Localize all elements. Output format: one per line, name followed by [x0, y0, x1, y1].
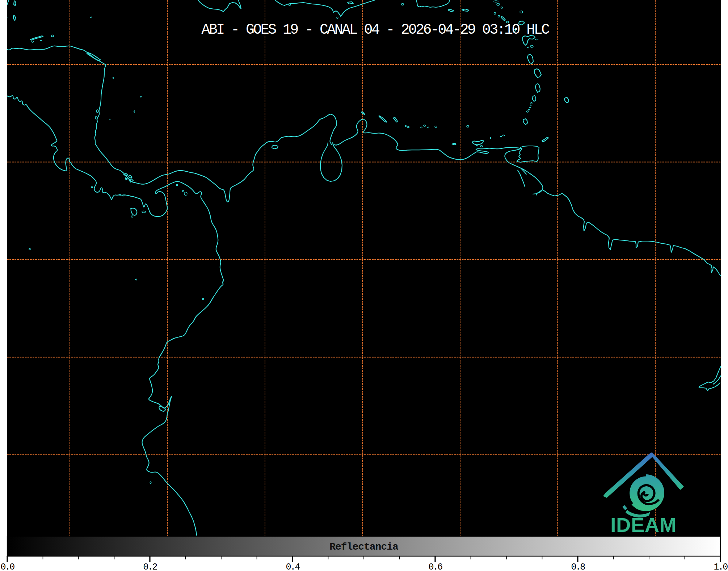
- svg-text:0.4: 0.4: [286, 562, 300, 571]
- svg-text:Reflectancia: Reflectancia: [329, 541, 399, 553]
- svg-text:0.0: 0.0: [1, 562, 15, 571]
- svg-text:ABI - GOES 19 - CANAL 04 - 202: ABI - GOES 19 - CANAL 04 - 2026-04-29 03…: [202, 22, 550, 38]
- svg-text:IDEAM: IDEAM: [610, 513, 677, 536]
- svg-text:0.8: 0.8: [571, 562, 585, 571]
- svg-text:1.0: 1.0: [714, 562, 728, 571]
- svg-text:0.2: 0.2: [143, 562, 157, 571]
- svg-text:0.6: 0.6: [429, 562, 443, 571]
